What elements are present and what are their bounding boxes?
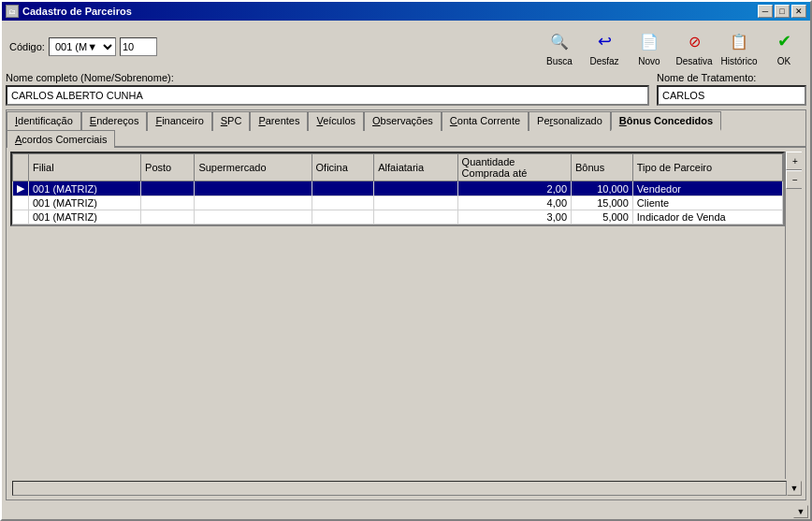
col-alfaiataria: Alfaiataria	[374, 154, 457, 181]
close-button[interactable]: ✕	[791, 5, 806, 18]
nome-label: Nome completo (Nome/Sobrenome):	[6, 72, 649, 83]
tab-parentes[interactable]: Parentes	[250, 111, 308, 131]
cell-supermercado	[195, 210, 312, 224]
codigo-select[interactable]: 001 (M▼	[49, 37, 116, 56]
toolbar-buttons: 🔍 Busca ↩ Desfaz 📄 Novo ⊘ Desativa 📋	[541, 26, 803, 66]
minimize-button[interactable]: ─	[758, 5, 773, 18]
tab-enderecos[interactable]: Endereços	[81, 111, 148, 131]
codigo-group: Código: 001 (M▼	[9, 37, 157, 56]
cell-posto	[141, 196, 195, 210]
scroll-down-btn[interactable]: ▼	[793, 505, 808, 518]
desativa-label: Desativa	[676, 56, 713, 66]
cell-supermercado	[195, 196, 312, 210]
tratamento-group: Nome de Tratamento:	[657, 72, 806, 106]
col-filial: Filial	[29, 154, 141, 181]
table-row[interactable]: ▶001 (MATRIZ)2,0010,000Vendedor	[13, 181, 783, 196]
cell-oficina	[312, 181, 374, 196]
busca-label: Busca	[546, 56, 573, 66]
tabs-panel: Identificação Endereços Financeiro SPC P…	[6, 109, 806, 500]
table-row[interactable]: 001 (MATRIZ)4,0015,000Cliente	[13, 196, 783, 210]
cell-filial: 001 (MATRIZ)	[29, 196, 141, 210]
scrollbar-right: + −	[785, 152, 802, 479]
table-wrapper: Filial Posto Supermercado Oficina Alfaia…	[10, 152, 802, 479]
cell-quantidade: 3,00	[457, 210, 571, 224]
table-row[interactable]: 001 (MATRIZ)3,005,000Indicador de Venda	[13, 210, 783, 224]
table-scrollbar-h: ▼	[10, 481, 802, 496]
busca-icon: 🔍	[544, 26, 574, 56]
cell-alfaiataria	[374, 181, 457, 196]
window-title: Cadastro de Parceiros	[22, 6, 132, 17]
scroll-track-spacer	[786, 189, 802, 479]
codigo-label: Código:	[9, 41, 45, 52]
data-table-wrapper: Filial Posto Supermercado Oficina Alfaia…	[10, 152, 785, 226]
ok-icon: ✔	[769, 26, 799, 56]
nome-group: Nome completo (Nome/Sobrenome):	[6, 72, 649, 106]
tab-observacoes[interactable]: Observações	[364, 111, 442, 131]
tab-conta-corrente[interactable]: Conta Corrente	[442, 111, 529, 131]
cell-posto	[141, 210, 195, 224]
col-supermercado: Supermercado	[195, 154, 312, 181]
tratamento-label: Nome de Tratamento:	[657, 72, 806, 83]
nome-input[interactable]	[6, 85, 649, 106]
tab-bonus-concedidos[interactable]: Bônus Concedidos	[611, 111, 721, 131]
tab-acordos-comerciais[interactable]: Acordos Comerciais	[7, 130, 115, 148]
remove-row-button[interactable]: −	[786, 170, 802, 189]
tab-identificacao[interactable]: Identificação	[7, 111, 81, 131]
scrollbar-horizontal[interactable]	[12, 481, 787, 496]
cell-bonus: 15,000	[572, 196, 633, 210]
tab-financeiro[interactable]: Financeiro	[147, 111, 211, 131]
window-icon: 🗂	[6, 5, 19, 18]
desativa-button[interactable]: ⊘ Desativa	[675, 26, 713, 66]
desfaz-label: Desfaz	[589, 56, 618, 66]
cell-tipo: Vendedor	[632, 181, 782, 196]
cell-tipo: Cliente	[632, 196, 782, 210]
col-posto: Posto	[141, 154, 195, 181]
cell-filial: 001 (MATRIZ)	[29, 181, 141, 196]
tab-spc[interactable]: SPC	[212, 111, 251, 131]
novo-label: Novo	[638, 56, 660, 66]
novo-icon: 📄	[634, 26, 664, 56]
cell-quantidade: 2,00	[457, 181, 571, 196]
cell-oficina	[312, 210, 374, 224]
title-buttons: ─ □ ✕	[758, 5, 806, 18]
col-oficina: Oficina	[312, 154, 374, 181]
window-scrollbar: ▼	[2, 504, 810, 519]
cell-indicator: ▶	[13, 181, 29, 196]
tab-personalizado[interactable]: Personalizado	[529, 111, 611, 131]
cell-filial: 001 (MATRIZ)	[29, 210, 141, 224]
table-header-row: Filial Posto Supermercado Oficina Alfaia…	[13, 154, 783, 181]
desfaz-icon: ↩	[589, 26, 619, 56]
historico-button[interactable]: 📋 Histórico	[720, 26, 758, 66]
ok-label: OK	[777, 56, 790, 66]
tratamento-input[interactable]	[657, 85, 806, 106]
cell-supermercado	[195, 181, 312, 196]
desfaz-button[interactable]: ↩ Desfaz	[586, 26, 623, 66]
historico-icon: 📋	[724, 26, 754, 56]
cell-indicator	[13, 210, 29, 224]
ok-button[interactable]: ✔ OK	[765, 26, 803, 66]
desativa-icon: ⊘	[679, 26, 709, 56]
title-bar: 🗂 Cadastro de Parceiros ─ □ ✕	[2, 2, 810, 21]
title-bar-left: 🗂 Cadastro de Parceiros	[6, 5, 132, 18]
maximize-button[interactable]: □	[775, 5, 790, 18]
col-indicator	[13, 154, 29, 181]
toolbar: Código: 001 (M▼ 🔍 Busca ↩ Desfaz 📄	[6, 24, 806, 68]
cell-quantidade: 4,00	[457, 196, 571, 210]
cell-bonus: 5,000	[572, 210, 633, 224]
col-quantidade: QuantidadeComprada até	[457, 154, 571, 181]
codigo-input[interactable]	[120, 37, 157, 56]
busca-button[interactable]: 🔍 Busca	[541, 26, 578, 66]
table-scroll-area: Filial Posto Supermercado Oficina Alfaia…	[10, 152, 785, 479]
cell-indicator	[13, 196, 29, 210]
novo-button[interactable]: 📄 Novo	[631, 26, 668, 66]
tab-veiculos[interactable]: Veículos	[308, 111, 364, 131]
add-row-button[interactable]: +	[786, 152, 802, 170]
historico-label: Histórico	[721, 56, 758, 66]
scroll-down-button[interactable]: ▼	[787, 481, 802, 496]
bonus-table: Filial Posto Supermercado Oficina Alfaia…	[12, 153, 783, 224]
table-body: ▶001 (MATRIZ)2,0010,000Vendedor001 (MATR…	[13, 181, 783, 224]
col-tipo: Tipo de Parceiro	[632, 154, 782, 181]
cell-tipo: Indicador de Venda	[632, 210, 782, 224]
cell-oficina	[312, 196, 374, 210]
tab-content-bonus: Filial Posto Supermercado Oficina Alfaia…	[7, 148, 805, 499]
